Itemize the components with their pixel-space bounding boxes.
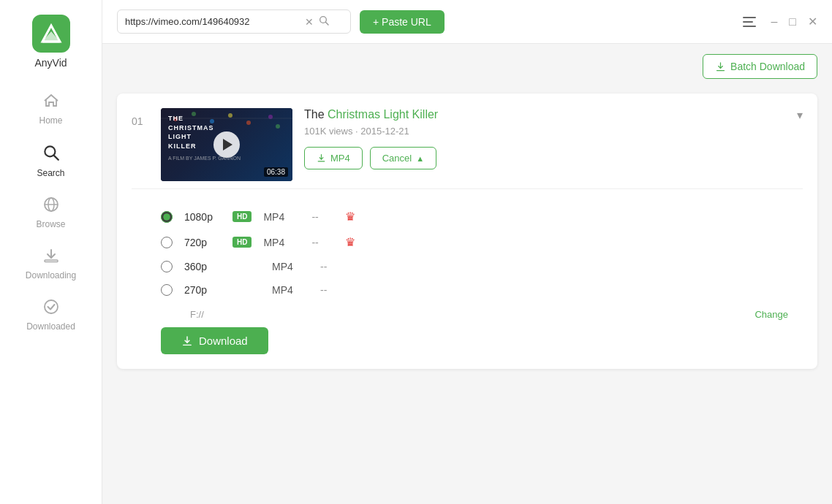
- logo-area: AnyVid: [32, 7, 70, 83]
- header-right: – □ ✕: [740, 14, 817, 30]
- quality-radio-720[interactable]: [161, 237, 173, 248]
- chevron-down-icon[interactable]: ▾: [797, 108, 803, 122]
- quality-size-1080: --: [311, 211, 333, 223]
- browse-icon: [42, 196, 60, 216]
- video-meta: 101K views · 2015-12-21: [304, 126, 785, 137]
- hd-badge-720: HD: [232, 237, 252, 248]
- batch-download-label: Batch Download: [730, 61, 805, 72]
- sidebar-item-downloaded[interactable]: Downloaded: [0, 289, 102, 340]
- url-input-wrap: ✕: [117, 9, 351, 34]
- sidebar-item-browse[interactable]: Browse: [0, 187, 102, 238]
- svg-rect-8: [45, 260, 58, 262]
- home-label: Home: [39, 115, 62, 126]
- chevron-up-icon: ▲: [416, 154, 424, 163]
- thumb-play-button[interactable]: [213, 131, 240, 158]
- downloading-label: Downloading: [26, 270, 76, 280]
- download-footer-row: F:// Change: [132, 309, 803, 320]
- sidebar-item-downloading[interactable]: Downloading: [0, 238, 102, 289]
- quality-format-1080: MP4: [263, 211, 300, 223]
- quality-label-1080: 1080p: [184, 211, 221, 223]
- download-label: Download: [199, 335, 248, 347]
- batch-download-row: Batch Download: [102, 44, 832, 79]
- quality-row-720: 720p HD MP4 -- ♛: [161, 229, 803, 255]
- video-title: The Christmas Light Killer: [304, 108, 785, 121]
- download-button[interactable]: Download: [161, 327, 268, 354]
- thumb-duration: 06:38: [264, 167, 288, 177]
- close-icon[interactable]: ✕: [808, 15, 817, 28]
- paste-url-label: + Paste URL: [373, 16, 431, 28]
- paste-url-button[interactable]: + Paste URL: [360, 10, 445, 34]
- video-card: 01 THECHR: [117, 93, 817, 369]
- svg-point-18: [228, 113, 232, 118]
- video-info: The Christmas Light Killer 101K views · …: [304, 108, 785, 169]
- quality-radio-270[interactable]: [161, 284, 173, 296]
- cancel-label: Cancel: [382, 153, 412, 164]
- svg-line-4: [53, 156, 58, 160]
- divider: [132, 188, 803, 189]
- home-icon: [42, 92, 60, 112]
- sidebar-item-home[interactable]: Home: [0, 83, 102, 134]
- mp4-label: MP4: [330, 153, 350, 164]
- topbar: ✕ + Paste URL – □ ✕: [102, 0, 832, 44]
- svg-point-19: [246, 121, 251, 125]
- quality-format-360: MP4: [272, 261, 309, 272]
- maximize-icon[interactable]: □: [789, 15, 796, 28]
- url-search-icon[interactable]: [318, 15, 330, 28]
- quality-size-270: --: [320, 284, 342, 296]
- app-logo: [32, 15, 70, 53]
- main-area: ✕ + Paste URL – □ ✕: [102, 0, 832, 504]
- downloaded-label: Downloaded: [26, 321, 75, 332]
- url-clear-icon[interactable]: ✕: [305, 16, 314, 28]
- batch-download-button[interactable]: Batch Download: [703, 54, 817, 79]
- search-label: Search: [37, 168, 64, 178]
- save-path: F://: [161, 309, 204, 320]
- cancel-button[interactable]: Cancel ▲: [370, 147, 436, 169]
- sidebar: AnyVid Home Search Browse: [0, 0, 102, 504]
- quality-row-1080: 1080p HD MP4 -- ♛: [161, 204, 803, 229]
- quality-label-720: 720p: [184, 237, 221, 248]
- sidebar-item-search[interactable]: Search: [0, 134, 102, 187]
- video-actions: MP4 Cancel ▲: [304, 147, 785, 169]
- svg-line-12: [325, 22, 328, 25]
- quality-label-360: 360p: [184, 261, 221, 272]
- quality-radio-1080[interactable]: [161, 211, 173, 223]
- search-icon: [42, 143, 61, 165]
- quality-label-270: 270p: [184, 284, 221, 296]
- svg-point-21: [276, 124, 280, 129]
- svg-point-10: [45, 300, 58, 313]
- quality-section: 1080p HD MP4 -- ♛ 720p HD MP4 -- ♛ 360p: [132, 196, 803, 302]
- hamburger-menu-icon[interactable]: [740, 14, 759, 30]
- hd-badge-1080: HD: [232, 211, 252, 222]
- minimize-icon[interactable]: –: [771, 15, 777, 28]
- url-area: ✕ + Paste URL: [117, 9, 445, 34]
- thumb-credit: A FILM BY JAMES P. GANNON: [168, 156, 241, 161]
- mp4-button[interactable]: MP4: [304, 147, 363, 169]
- premium-icon-720: ♛: [345, 235, 355, 249]
- downloaded-icon: [42, 298, 60, 318]
- video-number: 01: [132, 108, 149, 127]
- quality-radio-360[interactable]: [161, 261, 173, 272]
- quality-format-720: MP4: [263, 237, 300, 248]
- quality-row-360: 360p MP4 --: [161, 255, 803, 278]
- change-link[interactable]: Change: [755, 309, 788, 320]
- thumb-text: THECHRISTMASLIGHTKILLER: [168, 114, 214, 150]
- app-name: AnyVid: [34, 57, 67, 69]
- video-thumbnail[interactable]: THECHRISTMASLIGHTKILLER A FILM BY JAMES …: [161, 108, 292, 181]
- quality-row-270: 270p MP4 --: [161, 278, 803, 302]
- quality-size-720: --: [311, 237, 333, 248]
- video-header: 01 THECHR: [132, 108, 803, 181]
- content-area: 01 THECHR: [102, 79, 832, 504]
- url-input[interactable]: [125, 16, 300, 27]
- quality-format-270: MP4: [272, 284, 309, 296]
- downloading-icon: [42, 247, 60, 267]
- premium-icon-1080: ♛: [345, 210, 355, 224]
- browse-label: Browse: [36, 219, 65, 229]
- quality-size-360: --: [320, 261, 342, 272]
